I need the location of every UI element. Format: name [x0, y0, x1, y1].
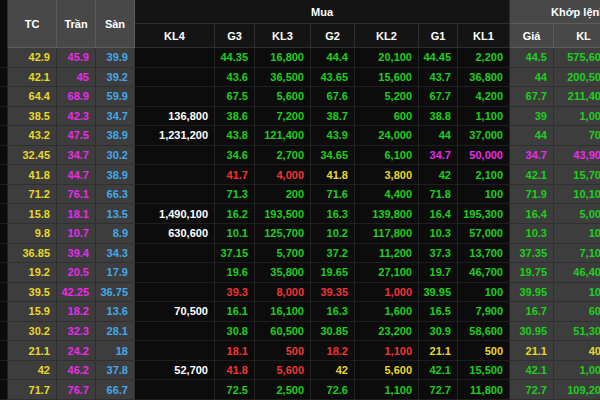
- cell-kl3: 16,100: [255, 302, 311, 322]
- cell-kl2: 20,100: [355, 48, 419, 68]
- cell-san: 39.2: [96, 68, 135, 88]
- cell-tran: 24.2: [57, 341, 96, 361]
- cell-kl1: 500: [458, 341, 510, 361]
- table-row[interactable]: 42.14539.243.636,50043.6515,60043.736,80…: [0, 68, 600, 88]
- clipped-left-cell: [0, 341, 8, 361]
- table-row[interactable]: 19.220.517.919.635,80019.6527,10019.746,…: [0, 263, 600, 283]
- cell-kl1: 11,800: [458, 380, 510, 400]
- table-row[interactable]: 71.776.766.772.52,50072.61,10072.711,800…: [0, 380, 600, 400]
- cell-kl1: 100: [458, 283, 510, 303]
- table-row[interactable]: 30.232.328.130.860,50030.8523,20030.958,…: [0, 322, 600, 342]
- clipped-left-cell: [0, 380, 8, 400]
- cell-kl: 400: [554, 341, 600, 361]
- cell-kl2: 27,100: [355, 263, 419, 283]
- column-header-kl4: KL4: [135, 24, 215, 48]
- cell-tc: 43.2: [8, 126, 57, 146]
- cell-kl2: 3,800: [355, 165, 419, 185]
- cell-kl: 100: [554, 283, 600, 303]
- table-row[interactable]: 4246.237.852,70041.85,600425,60042.115,5…: [0, 361, 600, 381]
- cell-tran: 18.1: [57, 204, 96, 224]
- cell-gia: 16.7: [510, 302, 554, 322]
- table-row[interactable]: 9.810.78.9630,60010.1125,70010.2117,8001…: [0, 224, 600, 244]
- cell-g3: 16.2: [215, 204, 255, 224]
- cell-g2: 43.65: [311, 68, 355, 88]
- cell-kl2: 600: [355, 107, 419, 127]
- cell-kl1: 2,200: [458, 48, 510, 68]
- cell-tran: 39.4: [57, 244, 96, 264]
- clipped-left-cell: [0, 185, 8, 205]
- cell-gia: 10.3: [510, 224, 554, 244]
- table-row[interactable]: 71.276.166.371.320071.64,40071.810071.91…: [0, 185, 600, 205]
- table-row[interactable]: 21.124.21818.150018.21,10021.150021.1400: [0, 341, 600, 361]
- cell-san: 36.75: [96, 283, 135, 303]
- cell-kl3: 16,800: [255, 48, 311, 68]
- cell-kl1: 13,700: [458, 244, 510, 264]
- cell-kl: 46,400: [554, 263, 600, 283]
- table-row[interactable]: 41.844.738.941.74,00041.83,800422,10042.…: [0, 165, 600, 185]
- cell-san: 34.7: [96, 107, 135, 127]
- cell-kl2: 1,100: [355, 380, 419, 400]
- cell-kl: 200,500: [554, 68, 600, 88]
- cell-kl4: 1,490,100: [135, 204, 215, 224]
- cell-kl3: 200: [255, 185, 311, 205]
- cell-g2: 10.2: [311, 224, 355, 244]
- cell-gia: 34.7: [510, 146, 554, 166]
- cell-g1: 71.8: [419, 185, 458, 205]
- cell-tc: 42.1: [8, 68, 57, 88]
- cell-kl3: 35,800: [255, 263, 311, 283]
- cell-kl4: [135, 380, 215, 400]
- cell-kl3: 4,000: [255, 165, 311, 185]
- cell-gia: 44: [510, 126, 554, 146]
- board-rows: 42.945.939.944.3516,80044.420,10044.452,…: [0, 48, 600, 400]
- cell-kl2: 5,200: [355, 87, 419, 107]
- cell-tc: 64.4: [8, 87, 57, 107]
- table-row[interactable]: 15.918.213.670,50016.116,10016.31,60016.…: [0, 302, 600, 322]
- cell-g2: 18.2: [311, 341, 355, 361]
- cell-kl3: 36,500: [255, 68, 311, 88]
- cell-g1: 42.1: [419, 361, 458, 381]
- cell-kl1: 37,000: [458, 126, 510, 146]
- table-row[interactable]: 64.468.959.967.55,60067.65,20067.74,2006…: [0, 87, 600, 107]
- table-row[interactable]: 15.818.113.51,490,10016.2193,50016.3139,…: [0, 204, 600, 224]
- cell-kl2: 1,600: [355, 302, 419, 322]
- cell-tran: 42.3: [57, 107, 96, 127]
- table-row[interactable]: 36.8539.434.337.155,70037.211,20037.313,…: [0, 244, 600, 264]
- cell-tc: 71.2: [8, 185, 57, 205]
- cell-gia: 19.75: [510, 263, 554, 283]
- cell-g1: 19.7: [419, 263, 458, 283]
- cell-g1: 37.3: [419, 244, 458, 264]
- cell-kl: 700: [554, 126, 600, 146]
- column-header-kl2: KL2: [355, 24, 419, 48]
- cell-tran: 20.5: [57, 263, 96, 283]
- clipped-left-cell: [0, 361, 8, 381]
- cell-tc: 15.9: [8, 302, 57, 322]
- cell-g3: 41.8: [215, 361, 255, 381]
- table-row[interactable]: 32.4534.730.234.62,70034.656,10034.750,0…: [0, 146, 600, 166]
- cell-g2: 71.6: [311, 185, 355, 205]
- cell-kl1: 4,200: [458, 87, 510, 107]
- clipped-left-cell: [0, 165, 8, 185]
- table-row[interactable]: 43.247.538.91,231,20043.8121,40043.924,0…: [0, 126, 600, 146]
- column-header-g2: G2: [311, 24, 355, 48]
- cell-san: 30.2: [96, 146, 135, 166]
- cell-san: 28.1: [96, 322, 135, 342]
- cell-kl1: 36,800: [458, 68, 510, 88]
- cell-kl4: [135, 68, 215, 88]
- cell-san: 38.9: [96, 165, 135, 185]
- clipped-left-cell: [0, 322, 8, 342]
- table-row[interactable]: 42.945.939.944.3516,80044.420,10044.452,…: [0, 48, 600, 68]
- cell-tc: 38.5: [8, 107, 57, 127]
- cell-kl3: 2,700: [255, 146, 311, 166]
- cell-g3: 72.5: [215, 380, 255, 400]
- table-row[interactable]: 38.542.334.7136,80038.67,20038.760038.81…: [0, 107, 600, 127]
- cell-kl2: 5,600: [355, 361, 419, 381]
- cell-g3: 67.5: [215, 87, 255, 107]
- cell-g3: 44.35: [215, 48, 255, 68]
- cell-kl2: 24,000: [355, 126, 419, 146]
- cell-g3: 30.8: [215, 322, 255, 342]
- cell-g1: 21.1: [419, 341, 458, 361]
- column-header-kl: KL: [554, 24, 600, 48]
- cell-g1: 34.7: [419, 146, 458, 166]
- table-row[interactable]: 39.542.2536.7539.38,00039.351,00039.9510…: [0, 283, 600, 303]
- cell-g3: 39.3: [215, 283, 255, 303]
